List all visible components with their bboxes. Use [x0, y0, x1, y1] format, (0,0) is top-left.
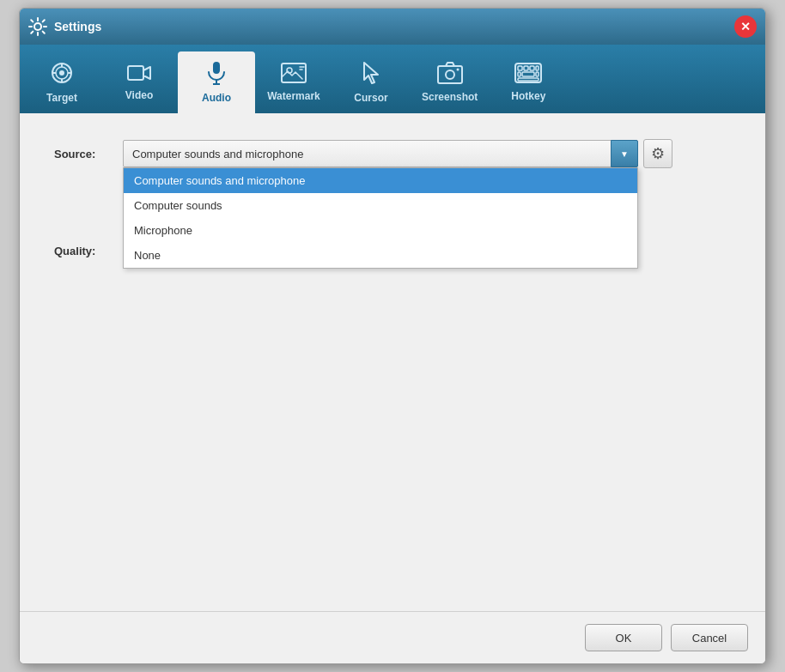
close-button[interactable]: ✕ [734, 15, 757, 38]
target-icon [50, 61, 74, 88]
source-dropdown-arrow[interactable]: ▼ [611, 140, 638, 167]
svg-rect-8 [128, 66, 143, 80]
svg-point-3 [59, 70, 64, 76]
tab-screenshot[interactable]: Screenshot [410, 51, 490, 113]
tab-video[interactable]: Video [100, 51, 178, 113]
svg-rect-10 [213, 62, 220, 74]
tab-hotkey-label: Hotkey [511, 90, 545, 102]
audio-icon [206, 61, 227, 88]
svg-marker-9 [143, 67, 150, 79]
tab-hotkey[interactable]: Hotkey [490, 51, 567, 113]
watermark-icon [281, 63, 307, 87]
svg-rect-23 [518, 72, 520, 76]
settings-dialog: Settings ✕ Target [19, 8, 766, 664]
tab-watermark[interactable]: Watermark [255, 51, 332, 113]
tab-cursor-label: Cursor [354, 92, 387, 104]
dropdown-item-3[interactable]: None [124, 243, 637, 268]
svg-rect-25 [536, 72, 539, 76]
dropdown-item-0[interactable]: Computer sounds and microphone [124, 168, 637, 193]
dialog-title: Settings [54, 20, 734, 33]
title-bar: Settings ✕ [20, 9, 765, 45]
svg-point-16 [446, 70, 454, 79]
quality-label: Quality: [54, 245, 123, 257]
settings-icon [28, 17, 47, 36]
tab-audio[interactable]: Audio [178, 51, 255, 113]
tab-audio-label: Audio [202, 92, 231, 104]
svg-rect-24 [522, 72, 534, 76]
tab-watermark-label: Watermark [267, 90, 320, 102]
source-dropdown: Computer sounds and microphone Computer … [123, 167, 638, 269]
source-select-wrapper: Computer sounds and microphone ▼ Compute… [123, 140, 638, 167]
svg-rect-21 [530, 66, 534, 70]
content-area: Source: Computer sounds and microphone ▼… [20, 113, 765, 611]
svg-rect-26 [518, 78, 539, 81]
source-label: Source: [54, 148, 123, 160]
dropdown-item-2[interactable]: Microphone [124, 218, 637, 243]
tab-target-label: Target [46, 92, 77, 104]
button-row: OK Cancel [20, 611, 765, 663]
svg-point-17 [456, 69, 459, 71]
tab-cursor[interactable]: Cursor [332, 51, 410, 113]
tab-bar: Target Video Audio [20, 45, 765, 113]
tab-target[interactable]: Target [23, 51, 100, 113]
source-row: Source: Computer sounds and microphone ▼… [54, 139, 731, 168]
tab-video-label: Video [125, 89, 153, 101]
svg-rect-22 [536, 66, 539, 70]
svg-rect-19 [518, 66, 522, 70]
dropdown-item-1[interactable]: Computer sounds [124, 193, 637, 218]
svg-rect-20 [524, 66, 528, 70]
source-select[interactable]: Computer sounds and microphone [123, 140, 638, 167]
screenshot-icon [437, 62, 463, 88]
video-icon [127, 64, 151, 86]
cancel-button[interactable]: Cancel [671, 624, 748, 651]
source-settings-button[interactable]: ⚙ [643, 139, 672, 168]
ok-button[interactable]: OK [585, 624, 662, 651]
cursor-icon [361, 61, 381, 88]
hotkey-icon [514, 63, 542, 87]
svg-point-0 [34, 23, 41, 30]
tab-screenshot-label: Screenshot [422, 91, 478, 103]
